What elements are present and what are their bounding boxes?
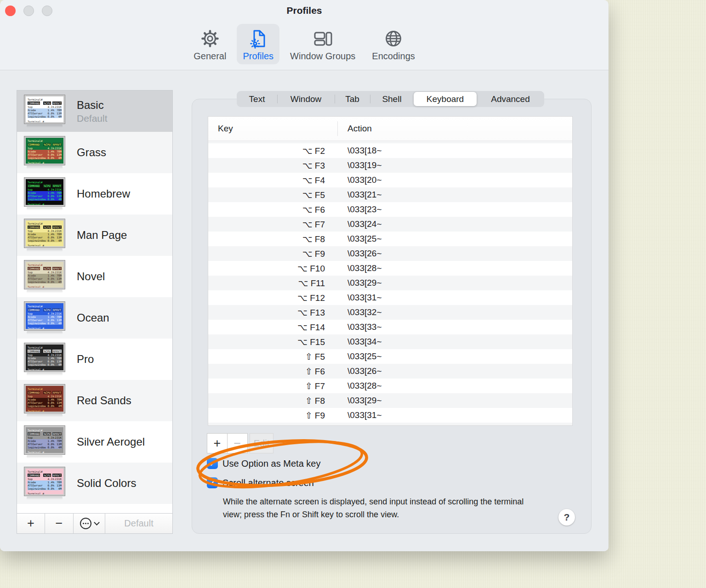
default-button[interactable]: Default (105, 514, 172, 533)
action-cell: \033[21~ (347, 190, 382, 200)
action-cell: \033[18~ (347, 146, 382, 156)
profile-name: Man Page (77, 229, 127, 242)
action-cell: \033[24~ (347, 219, 382, 229)
action-cell: \033[26~ (347, 366, 382, 376)
toolbar-label-profiles: Profiles (243, 51, 273, 62)
key-cell: ⇧ F8 (208, 396, 325, 406)
toolbar-item-profiles[interactable]: Profiles (237, 24, 279, 64)
minimize-button[interactable] (23, 6, 34, 16)
close-button[interactable] (5, 6, 16, 16)
profile-thumbnail: Terminal# COMMAND%CPURPRVT top4.1%231KXc… (24, 219, 65, 252)
window-title: Profiles (0, 0, 609, 16)
key-mapping-row[interactable]: ⌥ F3 \033[19~ (208, 158, 572, 173)
key-table-header: Key Action (208, 117, 572, 141)
action-cell: \033[19~ (347, 160, 382, 170)
key-cell: ⌥ F6 (208, 204, 325, 215)
checkbox[interactable] (207, 458, 218, 469)
profile-name: Red Sands (77, 394, 131, 407)
profile-row-homebrew[interactable]: Terminal# COMMAND%CPURPRVT top4.1%231KXc… (17, 173, 172, 215)
key-cell: ⌥ F3 (208, 160, 325, 171)
tab-advanced[interactable]: Advanced (477, 91, 544, 107)
profile-row-ocean[interactable]: Terminal# COMMAND%CPURPRVT top4.1%231KXc… (17, 297, 172, 339)
key-cell: ⌥ F5 (208, 190, 325, 200)
profile-name: Grass (77, 146, 106, 159)
key-mapping-row[interactable]: ⇧ F7 \033[28~ (208, 379, 572, 393)
tab-text[interactable]: Text (237, 91, 277, 107)
remove-profile-button[interactable]: − (45, 514, 74, 533)
key-cell: ⌥ F10 (208, 263, 325, 274)
key-mapping-row[interactable]: ⇧ F6 \033[26~ (208, 364, 572, 379)
key-mapping-row[interactable]: ⌥ F5 \033[21~ (208, 187, 572, 202)
profile-thumbnail: Terminal# COMMAND%CPURPRVT top4.1%231KXc… (24, 95, 65, 128)
profile-name: Homebrew (77, 187, 130, 200)
profile-row-basic[interactable]: Terminal# COMMAND%CPURPRVT top4.1%231KXc… (17, 90, 172, 132)
key-cell: ⌥ F4 (208, 175, 325, 186)
key-cell: ⌥ F14 (208, 322, 325, 333)
checkbox-label: Scroll alternate screen (222, 478, 314, 488)
toolbar-item-general[interactable]: General (188, 24, 232, 64)
key-cell: ⌥ F2 (208, 146, 325, 156)
key-cell: ⇧ F5 (208, 351, 325, 362)
action-cell: \033[20~ (347, 175, 382, 185)
globe-icon (383, 27, 404, 51)
action-cell: \033[28~ (347, 263, 382, 273)
terminal-preferences-window: Profiles General (0, 0, 609, 551)
tab-keyboard[interactable]: Keyboard (414, 92, 477, 106)
key-mapping-row[interactable]: ⇧ F9 \033[31~ (208, 408, 572, 423)
profile-thumbnail: Terminal# COMMAND%CPURPRVT top4.1%231KXc… (24, 467, 65, 500)
preferences-toolbar: General (0, 21, 609, 70)
key-mapping-row[interactable]: ⌥ F2 \033[18~ (208, 143, 572, 158)
edit-key-button[interactable]: Edit (250, 433, 273, 453)
profile-row-red-sands[interactable]: Terminal# COMMAND%CPURPRVT top4.1%231KXc… (17, 380, 172, 421)
key-mapping-row[interactable]: ⌥ F6 \033[23~ (208, 202, 572, 217)
toolbar-item-window-groups[interactable]: Window Groups (284, 24, 361, 64)
toolbar-item-encodings[interactable]: Encodings (366, 24, 421, 64)
profile-name: Solid Colors (77, 477, 136, 490)
action-cell: \033[26~ (347, 249, 382, 259)
key-mapping-row[interactable]: ⌥ F10 \033[28~ (208, 261, 572, 276)
key-mapping-row[interactable]: ⌥ F4 \033[20~ (208, 173, 572, 187)
key-mapping-row[interactable]: ⌥ F8 \033[25~ (208, 232, 572, 246)
checkbox[interactable] (207, 477, 218, 488)
profile-actions-menu-button[interactable] (74, 514, 105, 533)
profiles-pane-content: Terminal# COMMAND%CPURPRVT top4.1%231KXc… (0, 70, 609, 551)
profile-sidebar: Terminal# COMMAND%CPURPRVT top4.1%231KXc… (17, 90, 173, 534)
profile-row-novel[interactable]: Terminal# COMMAND%CPURPRVT top4.1%231KXc… (17, 256, 172, 297)
key-mapping-row[interactable]: ⌥ F13 \033[32~ (208, 305, 572, 320)
gear-icon (200, 27, 220, 51)
zoom-button[interactable] (42, 6, 52, 16)
tab-window[interactable]: Window (277, 91, 335, 107)
add-key-button[interactable]: + (207, 433, 228, 453)
key-table-body: ⌥ F2 \033[18~ ⌥ F3 \033[19~ ⌥ F4 \033[20… (208, 143, 572, 423)
remove-key-button[interactable]: − (227, 433, 248, 453)
toolbar-label-encodings: Encodings (372, 51, 415, 62)
key-mapping-row[interactable]: ⌥ F7 \033[24~ (208, 217, 572, 232)
key-mapping-row[interactable]: ⌥ F12 \033[31~ (208, 290, 572, 305)
key-mapping-row[interactable]: ⇧ F8 \033[29~ (208, 393, 572, 408)
key-mapping-row[interactable]: ⌥ F9 \033[26~ (208, 246, 572, 261)
profile-row-silver-aerogel[interactable]: Terminal# COMMAND%CPURPRVT top4.1%231KXc… (17, 421, 172, 463)
action-cell: \033[31~ (347, 410, 382, 420)
action-cell: \033[25~ (347, 234, 382, 244)
key-mapping-row[interactable]: ⌥ F11 \033[29~ (208, 276, 572, 290)
action-cell: \033[23~ (347, 204, 382, 215)
profile-name: Novel (77, 270, 105, 283)
key-mapping-row[interactable]: ⌥ F15 \033[34~ (208, 334, 572, 349)
profile-row-man-page[interactable]: Terminal# COMMAND%CPURPRVT top4.1%231KXc… (17, 215, 172, 256)
checkbox-row: Use Option as Meta key (207, 458, 320, 469)
key-cell: ⌥ F12 (208, 293, 325, 303)
action-cell: \033[33~ (347, 322, 382, 332)
help-button[interactable]: ? (558, 509, 575, 526)
profile-row-solid-colors[interactable]: Terminal# COMMAND%CPURPRVT top4.1%231KXc… (17, 463, 172, 504)
key-mapping-row[interactable]: ⌥ F14 \033[33~ (208, 320, 572, 334)
toolbar-label-general: General (194, 51, 226, 62)
tab-tab[interactable]: Tab (335, 91, 370, 107)
add-profile-button[interactable]: + (17, 514, 45, 533)
profile-row-grass[interactable]: Terminal# COMMAND%CPURPRVT top4.1%231KXc… (17, 132, 172, 173)
profile-thumbnail: Terminal# COMMAND%CPURPRVT top4.1%231KXc… (24, 343, 65, 376)
tab-shell[interactable]: Shell (370, 91, 414, 107)
profile-name: Silver Aerogel (77, 435, 145, 448)
key-mapping-row[interactable]: ⇧ F5 \033[25~ (208, 349, 572, 364)
key-cell: ⇧ F6 (208, 366, 325, 377)
profile-row-pro[interactable]: Terminal# COMMAND%CPURPRVT top4.1%231KXc… (17, 339, 172, 380)
